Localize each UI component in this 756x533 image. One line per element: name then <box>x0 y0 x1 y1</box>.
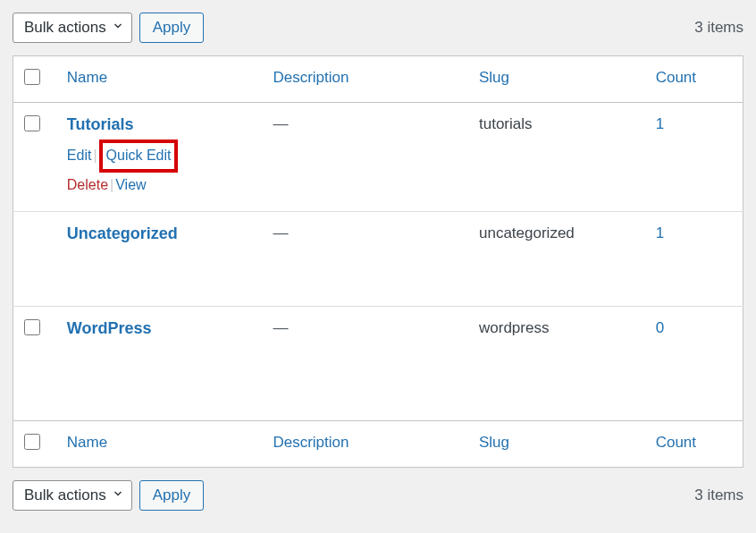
description-text: — <box>273 115 288 132</box>
separator: | <box>108 177 115 192</box>
toolbar-left: Bulk actions Apply <box>13 480 204 511</box>
table-row: Uncategorized — uncategorized 1 <box>13 211 743 306</box>
row-checkbox-cell <box>13 103 56 212</box>
apply-button[interactable]: Apply <box>139 480 205 511</box>
view-link[interactable]: View <box>115 177 146 192</box>
row-checkbox-cell <box>13 211 56 306</box>
toolbar-left: Bulk actions Apply <box>13 13 204 43</box>
bulk-actions-label: Bulk actions <box>24 486 106 504</box>
table-header-row: Name Description Slug Count <box>13 56 743 103</box>
separator: | <box>91 148 98 163</box>
bulk-actions-label: Bulk actions <box>24 19 106 37</box>
row-checkbox[interactable] <box>24 319 40 335</box>
top-toolbar: Bulk actions Apply 3 items <box>13 13 743 43</box>
table-row: WordPress — wordpress 0 <box>13 306 743 420</box>
row-description-cell: — <box>262 306 468 420</box>
row-description-cell: — <box>262 211 468 306</box>
slug-text: uncategorized <box>479 224 575 241</box>
row-title-link[interactable]: Uncategorized <box>67 224 178 242</box>
row-actions: Edit|Quick Edit Delete|View <box>67 140 252 199</box>
description-text: — <box>273 224 288 241</box>
table-footer-row: Name Description Slug Count <box>13 420 743 467</box>
row-slug-cell: wordpress <box>468 306 645 420</box>
column-name-footer[interactable]: Name <box>56 420 263 467</box>
row-count-cell: 1 <box>645 211 743 306</box>
select-all-checkbox[interactable] <box>24 69 40 85</box>
row-checkbox-cell <box>13 306 56 420</box>
row-checkbox[interactable] <box>24 115 40 131</box>
select-all-header <box>13 56 56 103</box>
quick-edit-link[interactable]: Quick Edit <box>106 148 172 163</box>
row-title-link[interactable]: WordPress <box>67 319 152 337</box>
column-slug-footer[interactable]: Slug <box>468 420 645 467</box>
chevron-down-icon <box>112 19 124 37</box>
select-all-footer <box>13 420 56 467</box>
count-link[interactable]: 1 <box>656 224 664 241</box>
column-name-header[interactable]: Name <box>56 56 263 103</box>
delete-link[interactable]: Delete <box>67 177 108 192</box>
count-link[interactable]: 0 <box>656 319 664 336</box>
items-count: 3 items <box>694 19 743 37</box>
row-title-link[interactable]: Tutorials <box>67 115 134 133</box>
row-count-cell: 0 <box>645 306 743 420</box>
row-name-cell: Uncategorized <box>56 211 263 306</box>
row-slug-cell: tutorials <box>468 103 645 212</box>
row-count-cell: 1 <box>645 103 743 212</box>
bottom-toolbar: Bulk actions Apply 3 items <box>13 480 743 511</box>
row-name-cell: Tutorials Edit|Quick Edit Delete|View <box>56 103 263 212</box>
bulk-actions-select[interactable]: Bulk actions <box>13 480 132 511</box>
categories-table: Name Description Slug Count Tutorials Ed… <box>13 55 743 468</box>
chevron-down-icon <box>112 486 124 504</box>
column-description-footer[interactable]: Description <box>262 420 468 467</box>
select-all-checkbox[interactable] <box>24 434 40 450</box>
row-slug-cell: uncategorized <box>468 211 645 306</box>
items-count: 3 items <box>694 486 743 504</box>
row-description-cell: — <box>262 103 468 212</box>
bulk-actions-select[interactable]: Bulk actions <box>13 13 132 43</box>
column-description-header[interactable]: Description <box>262 56 468 103</box>
slug-text: tutorials <box>479 115 533 132</box>
description-text: — <box>273 319 288 336</box>
count-link[interactable]: 1 <box>656 115 664 132</box>
column-count-footer[interactable]: Count <box>645 420 743 467</box>
row-name-cell: WordPress <box>56 306 263 420</box>
quick-edit-highlight: Quick Edit <box>99 140 179 173</box>
column-count-header[interactable]: Count <box>645 56 743 103</box>
column-slug-header[interactable]: Slug <box>468 56 645 103</box>
slug-text: wordpress <box>479 319 549 336</box>
apply-button[interactable]: Apply <box>139 13 205 43</box>
table-row: Tutorials Edit|Quick Edit Delete|View — … <box>13 103 743 212</box>
edit-link[interactable]: Edit <box>67 148 92 163</box>
